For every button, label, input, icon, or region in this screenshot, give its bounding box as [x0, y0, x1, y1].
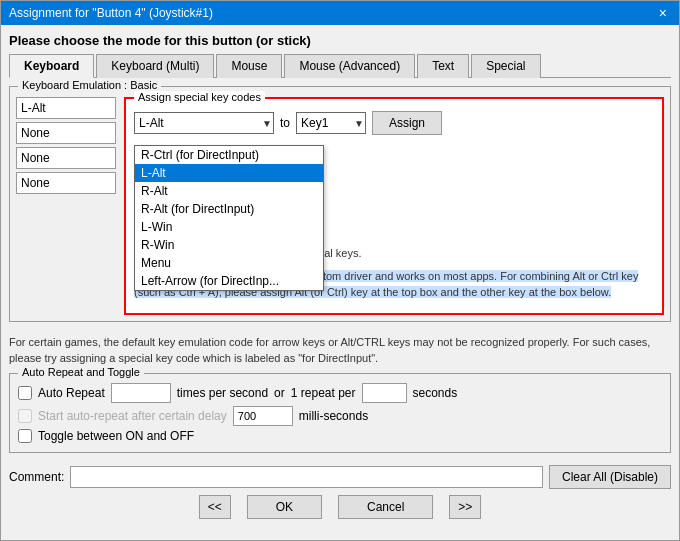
- assign-button[interactable]: Assign: [372, 111, 442, 135]
- key-select-wrapper: L-Alt R-Ctrl (for DirectInput) R-Alt R-A…: [134, 112, 274, 134]
- dropdown-item-rwin[interactable]: R-Win: [135, 236, 323, 254]
- key-input-0[interactable]: [16, 97, 116, 119]
- keyboard-section-title: Keyboard Emulation : Basic: [18, 79, 161, 91]
- milli-seconds-label: milli-seconds: [299, 409, 368, 423]
- keyboard-section: Keyboard Emulation : Basic Assign specia…: [9, 86, 671, 322]
- tab-keyboard[interactable]: Keyboard: [9, 54, 94, 78]
- tab-mouse-advanced[interactable]: Mouse (Advanced): [284, 54, 415, 78]
- warning-text: For certain games, the default key emula…: [9, 334, 671, 367]
- tab-keyboard-multi[interactable]: Keyboard (Multi): [96, 54, 214, 78]
- auto-repeat-section: Auto Repeat and Toggle Auto Repeat times…: [9, 373, 671, 453]
- one-repeat-per-label: 1 repeat per: [291, 386, 356, 400]
- seconds-label: seconds: [413, 386, 458, 400]
- bottom-bar: << OK Cancel >>: [9, 489, 671, 525]
- repeat-per-seconds-input[interactable]: [362, 383, 407, 403]
- start-delay-label: Start auto-repeat after certain delay: [38, 409, 227, 423]
- auto-repeat-row3: Toggle between ON and OFF: [18, 429, 662, 443]
- auto-repeat-title: Auto Repeat and Toggle: [18, 366, 144, 378]
- start-delay-checkbox[interactable]: [18, 409, 32, 423]
- auto-repeat-label: Auto Repeat: [38, 386, 105, 400]
- delay-value-input[interactable]: [233, 406, 293, 426]
- window-content: Please choose the mode for this button (…: [1, 25, 679, 540]
- tab-mouse[interactable]: Mouse: [216, 54, 282, 78]
- dropdown-list: R-Ctrl (for DirectInput) L-Alt R-Alt R-A…: [134, 145, 324, 291]
- or-label: or: [274, 386, 285, 400]
- auto-repeat-row1: Auto Repeat times per second or 1 repeat…: [18, 383, 662, 403]
- tab-bar: Keyboard Keyboard (Multi) Mouse Mouse (A…: [9, 54, 671, 78]
- cancel-button[interactable]: Cancel: [338, 495, 433, 519]
- assign-box: Assign special key codes L-Alt R-Ctrl (f…: [124, 97, 664, 315]
- main-window: Assignment for "Button 4" (Joystick#1) ×…: [0, 0, 680, 541]
- dropdown-item-ralt-di[interactable]: R-Alt (for DirectInput): [135, 200, 323, 218]
- clear-all-button[interactable]: Clear All (Disable): [549, 465, 671, 489]
- ok-button[interactable]: OK: [247, 495, 322, 519]
- tab-special[interactable]: Special: [471, 54, 540, 78]
- tab-text[interactable]: Text: [417, 54, 469, 78]
- next-button[interactable]: >>: [449, 495, 481, 519]
- key-input-2[interactable]: [16, 147, 116, 169]
- dropdown-item-menu[interactable]: Menu: [135, 254, 323, 272]
- dropdown-item-ralt[interactable]: R-Alt: [135, 182, 323, 200]
- comment-input[interactable]: [70, 466, 543, 488]
- dropdown-item-rctrl[interactable]: R-Ctrl (for DirectInput): [135, 146, 323, 164]
- comment-row: Comment: Clear All (Disable): [9, 465, 671, 489]
- assign-key-select[interactable]: L-Alt R-Ctrl (for DirectInput) R-Alt R-A…: [134, 112, 274, 134]
- dropdown-item-left-arrow[interactable]: Left-Arrow (for DirectInp...: [135, 272, 323, 290]
- times-per-second-input[interactable]: [111, 383, 171, 403]
- key-input-3[interactable]: [16, 172, 116, 194]
- dropdown-item-lwin[interactable]: L-Win: [135, 218, 323, 236]
- keyboard-layout: Assign special key codes L-Alt R-Ctrl (f…: [16, 97, 664, 315]
- to-label: to: [280, 116, 290, 130]
- times-per-second-label: times per second: [177, 386, 268, 400]
- toggle-label: Toggle between ON and OFF: [38, 429, 194, 443]
- dropdown-item-lalt[interactable]: L-Alt: [135, 164, 323, 182]
- key1-select-wrapper: Key1 Key2 ▼: [296, 112, 366, 134]
- close-button[interactable]: ×: [655, 5, 671, 21]
- assign-row: L-Alt R-Ctrl (for DirectInput) R-Alt R-A…: [134, 111, 654, 135]
- prev-button[interactable]: <<: [199, 495, 231, 519]
- title-bar: Assignment for "Button 4" (Joystick#1) ×: [1, 1, 679, 25]
- window-title: Assignment for "Button 4" (Joystick#1): [9, 6, 213, 20]
- assign-box-title: Assign special key codes: [134, 91, 265, 103]
- comment-label: Comment:: [9, 470, 64, 484]
- auto-repeat-checkbox[interactable]: [18, 386, 32, 400]
- instruction-text: Please choose the mode for this button (…: [9, 33, 671, 48]
- key-input-1[interactable]: [16, 122, 116, 144]
- key-inputs-list: [16, 97, 116, 315]
- auto-repeat-row2: Start auto-repeat after certain delay mi…: [18, 406, 662, 426]
- toggle-checkbox[interactable]: [18, 429, 32, 443]
- key1-select[interactable]: Key1 Key2: [296, 112, 366, 134]
